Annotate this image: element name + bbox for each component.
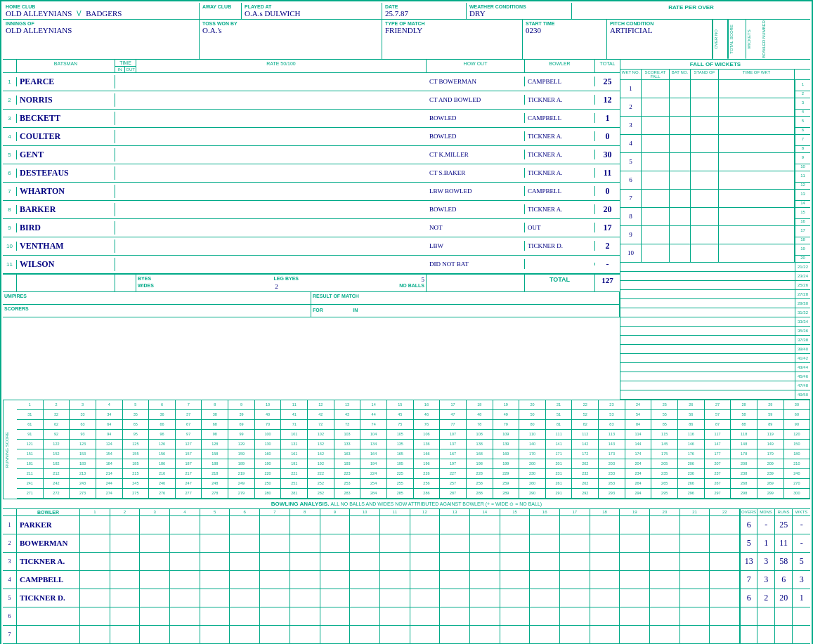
overs-value <box>740 607 757 625</box>
score-cell: 110 <box>519 430 546 439</box>
batsman-number: 5 <box>3 150 17 159</box>
score-cell: 2 <box>44 400 70 409</box>
byes-label: BYES <box>138 276 151 283</box>
overs-value: 6 <box>740 516 757 534</box>
score-cell: 82 <box>572 420 599 429</box>
score-cell: 25 <box>651 400 678 409</box>
bowling-over-num: 2 <box>110 509 141 515</box>
score-cell: 214 <box>96 469 123 478</box>
score-cell: 197 <box>440 459 467 468</box>
batsman-row: 7 WHARTON LBW BOWLED CAMPBELL 0 <box>3 183 620 201</box>
bowler-name-cell: TICKNER A. <box>17 553 80 570</box>
bowler-value: TICKNER A. <box>525 204 595 214</box>
score-cell: 83 <box>599 420 625 429</box>
score-cell: 235 <box>651 469 678 478</box>
bowler-value <box>525 263 595 265</box>
score-cell: 229 <box>493 469 520 478</box>
score-cell: 61 <box>17 420 44 429</box>
score-cell: 263 <box>599 479 625 488</box>
score-cell: 190 <box>255 459 282 468</box>
score-cell: 118 <box>731 430 757 439</box>
score-cell: 3 <box>70 400 96 409</box>
score-cell: 246 <box>149 479 176 488</box>
rate-only-row: 47/48 <box>620 381 810 390</box>
wides-label: WIDES <box>138 283 154 290</box>
how-out-value: BOWLED <box>427 204 525 214</box>
score-cell: 251 <box>281 479 308 488</box>
score-cell: 228 <box>467 469 493 478</box>
score-cell: 269 <box>757 479 784 488</box>
score-cell: 212 <box>44 469 70 478</box>
score-cell: 297 <box>705 489 731 498</box>
batsman-number: 3 <box>3 114 17 123</box>
score-cell: 13 <box>334 400 361 409</box>
score-cell: 79 <box>493 420 520 429</box>
score-cell: 88 <box>731 420 757 429</box>
score-cell: 1 <box>17 400 44 409</box>
score-cell: 10 <box>255 400 282 409</box>
wkt-num-cell: 2 <box>620 98 642 116</box>
score-cell: 288 <box>467 489 493 498</box>
bowling-row: 5 TICKNER D. 6 2 20 1 <box>3 589 810 607</box>
scorers-label: SCORERS <box>3 305 311 317</box>
toss-won-label: TOSS WON BY <box>202 21 379 26</box>
fow-row: 9 17 18 <box>620 226 810 244</box>
score-cell: 152 <box>44 449 70 459</box>
score-cell: 194 <box>360 459 387 468</box>
score-cell: 195 <box>387 459 414 468</box>
score-cell: 283 <box>334 489 361 498</box>
wides-value: 2 <box>275 283 278 290</box>
score-cell: 22 <box>572 400 599 409</box>
mdns-col-header: MDNS <box>757 509 775 515</box>
score-cell: 136 <box>414 440 441 449</box>
total-score-header: TOTAL SCORE <box>728 20 746 59</box>
score-cell: 298 <box>731 489 757 498</box>
batsman-number: 8 <box>3 205 17 214</box>
score-cell: 256 <box>414 479 441 488</box>
score-at-fall-header: SCORE AT FALL <box>642 70 670 79</box>
score-cell: 185 <box>123 459 150 468</box>
time-of-wkt-header: TIME OF WKT <box>719 70 795 79</box>
score-cell: 123 <box>70 440 96 449</box>
score-cell: 265 <box>651 479 678 488</box>
score-cell: 236 <box>678 469 705 478</box>
score-cell: 86 <box>678 420 705 429</box>
wkts-value <box>793 626 810 643</box>
score-cell: 47 <box>440 410 467 419</box>
batsman-total: 0 <box>595 130 620 143</box>
how-out-value: CT AND BOWLED <box>427 95 525 105</box>
score-cell: 274 <box>96 489 123 498</box>
rate-only-row: 35/36 <box>620 327 810 336</box>
score-cell: 104 <box>360 430 387 439</box>
score-cell: 217 <box>176 469 202 478</box>
score-cell: 177 <box>705 449 731 459</box>
score-row: 1234567891011121314151617181920212223242… <box>17 400 810 410</box>
innings-label: INNINGS OF <box>6 21 196 26</box>
overs-value: 7 <box>740 571 757 589</box>
in-label: IN <box>353 308 358 313</box>
score-cell: 26 <box>678 400 705 409</box>
bowler-num-cell: 4 <box>3 571 17 589</box>
score-row: 6162636465666768697071727374757677787980… <box>17 420 810 430</box>
score-cell: 230 <box>519 469 546 478</box>
away-club-label: AWAY CLUB <box>202 4 238 9</box>
runs-value: 11 <box>775 534 793 552</box>
score-cell: 253 <box>334 479 361 488</box>
score-cell: 233 <box>599 469 625 478</box>
score-cell: 277 <box>176 489 202 498</box>
score-cell: 98 <box>202 430 228 439</box>
score-cell: 57 <box>705 410 731 419</box>
bowling-row: 1 PARKER 6 - 25 - <box>3 516 810 534</box>
score-cell: 215 <box>123 469 150 478</box>
wkts-value: 3 <box>793 571 810 589</box>
for-in-section: FOR IN <box>311 305 620 317</box>
bowling-over-num: 15 <box>500 509 531 515</box>
score-cell: 95 <box>123 430 150 439</box>
total-value: 127 <box>595 275 620 291</box>
score-cell: 292 <box>572 489 599 498</box>
score-cell: 289 <box>493 489 520 498</box>
score-cell: 299 <box>757 489 784 498</box>
score-cell: 255 <box>387 479 414 488</box>
score-cell: 68 <box>202 420 228 429</box>
score-cell: 250 <box>255 479 282 488</box>
